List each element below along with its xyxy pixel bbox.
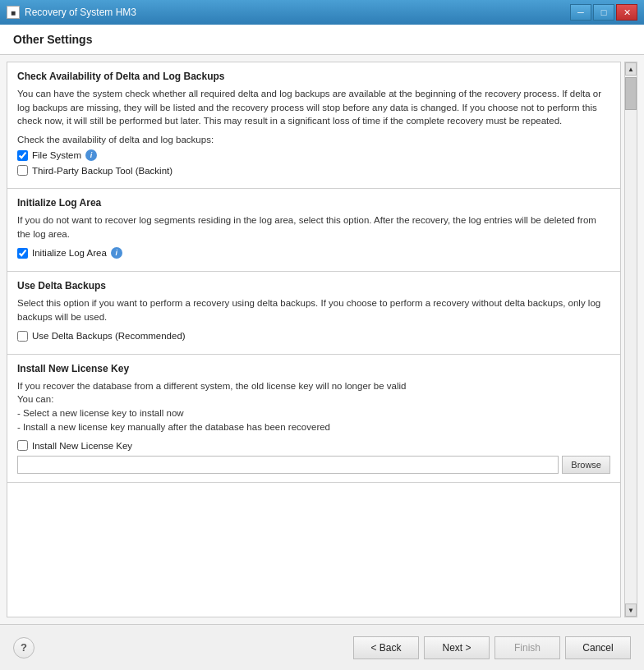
thirdparty-checkbox[interactable] (17, 165, 28, 176)
section-delta-backups-header: Use Delta Backups (17, 280, 610, 291)
bottom-bar: ? < Back Next > Finish Cancel (0, 624, 644, 670)
install-license-checkbox[interactable] (17, 440, 28, 451)
minimize-button[interactable]: ─ (570, 4, 591, 21)
checkbox-row-filesystem: File System i (17, 149, 610, 161)
filesystem-label[interactable]: File System (32, 150, 81, 160)
scroll-thumb[interactable] (625, 77, 637, 110)
section-delta-log-header: Check Availability of Delta and Log Back… (17, 71, 610, 82)
close-button[interactable]: ✕ (616, 4, 637, 21)
install-license-label[interactable]: Install New License Key (32, 441, 132, 451)
window-title: Recovery of System HM3 (25, 7, 136, 18)
app-icon: ■ (7, 6, 20, 19)
page-header: Other Settings (0, 25, 644, 55)
page-title: Other Settings (13, 33, 631, 46)
initlog-checkbox[interactable] (17, 248, 28, 259)
bottom-right: < Back Next > Finish Cancel (353, 636, 631, 659)
section-delta-log: Check Availability of Delta and Log Back… (7, 62, 620, 189)
bottom-left: ? (13, 637, 34, 659)
section-init-log-description: If you do not want to recover log segmen… (17, 213, 610, 241)
scrollbar[interactable]: ▲ ▼ (624, 62, 637, 617)
help-button[interactable]: ? (13, 637, 34, 659)
checkbox-row-install-license: Install New License Key (17, 440, 610, 451)
usedelta-label[interactable]: Use Delta Backups (Recommended) (32, 331, 186, 341)
title-bar: ■ Recovery of System HM3 ─ □ ✕ (0, 0, 644, 25)
initlog-label[interactable]: Initialize Log Area (32, 248, 107, 258)
usedelta-checkbox[interactable] (17, 331, 28, 342)
window-controls: ─ □ ✕ (570, 4, 637, 21)
content-area: Check Availability of Delta and Log Back… (0, 55, 644, 624)
restore-button[interactable]: □ (593, 4, 614, 21)
filesystem-checkbox[interactable] (17, 150, 28, 161)
scroll-panel[interactable]: Check Availability of Delta and Log Back… (7, 62, 621, 617)
check-label: Check the availability of delta and log … (17, 135, 610, 145)
initlog-info-icon[interactable]: i (111, 247, 122, 259)
scroll-down-arrow[interactable]: ▼ (625, 603, 637, 617)
checkbox-row-initlog: Initialize Log Area i (17, 247, 610, 259)
license-input-row: Browse (17, 456, 610, 474)
section-delta-log-description: You can have the system check whether al… (17, 87, 610, 128)
license-key-input[interactable] (17, 456, 559, 474)
section-license-header: Install New License Key (17, 363, 610, 374)
checkbox-row-usedelta: Use Delta Backups (Recommended) (17, 331, 610, 342)
thirdparty-label[interactable]: Third-Party Backup Tool (Backint) (32, 166, 172, 176)
browse-button[interactable]: Browse (562, 456, 610, 474)
scroll-up-arrow[interactable]: ▲ (625, 62, 637, 76)
title-bar-left: ■ Recovery of System HM3 (7, 6, 136, 19)
back-button[interactable]: < Back (353, 636, 419, 659)
section-delta-backups-description: Select this option if you want to perfor… (17, 296, 610, 324)
checkbox-row-thirdparty: Third-Party Backup Tool (Backint) (17, 165, 610, 176)
section-delta-backups: Use Delta Backups Select this option if … (7, 272, 620, 354)
section-license-desc1: If you recover the database from a diffe… (17, 379, 610, 434)
window-body: Other Settings Check Availability of Del… (0, 25, 644, 670)
next-button[interactable]: Next > (424, 636, 490, 659)
cancel-button[interactable]: Cancel (565, 636, 631, 659)
section-init-log: Initialize Log Area If you do not want t… (7, 189, 620, 272)
section-init-log-header: Initialize Log Area (17, 197, 610, 209)
finish-button[interactable]: Finish (494, 636, 560, 659)
filesystem-info-icon[interactable]: i (85, 149, 97, 161)
section-license-key: Install New License Key If you recover t… (7, 355, 620, 484)
